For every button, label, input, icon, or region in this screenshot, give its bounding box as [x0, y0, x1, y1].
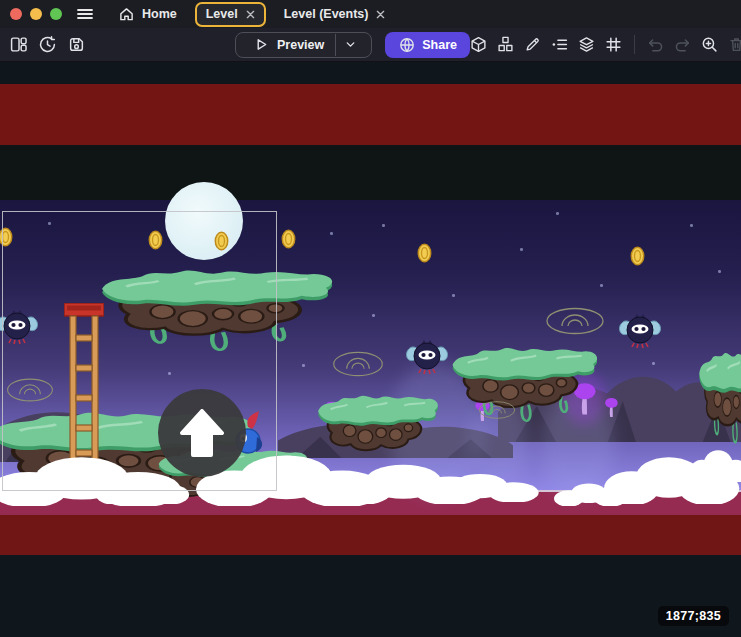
star: [372, 314, 375, 317]
tab-level[interactable]: Level: [195, 2, 266, 27]
traffic-light-maximize[interactable]: [50, 8, 62, 20]
panels-icon[interactable]: [10, 36, 27, 53]
eye-marker[interactable]: [545, 306, 605, 336]
star: [520, 248, 523, 251]
toolbar: Preview Share: [0, 28, 741, 62]
tab-level-label: Level: [206, 7, 238, 21]
divider: [634, 35, 635, 54]
undo-icon: [647, 36, 664, 53]
top-dark-band: [0, 145, 741, 200]
top-red-band: [0, 84, 741, 145]
save-icon[interactable]: [68, 36, 85, 53]
eye-marker[interactable]: [478, 400, 516, 420]
cloud[interactable]: [690, 448, 741, 482]
close-tab-icon[interactable]: [376, 10, 385, 19]
object-groups-icon[interactable]: [497, 36, 514, 53]
preview-label: Preview: [277, 38, 324, 52]
history-icon[interactable]: [39, 36, 56, 53]
title-bar: Home Level Level (Events): [0, 0, 741, 28]
globe-icon: [398, 36, 415, 53]
preview-button[interactable]: Preview: [235, 32, 372, 58]
home-icon: [119, 7, 134, 22]
tab-home[interactable]: Home: [106, 0, 190, 28]
star: [330, 232, 333, 235]
star: [600, 284, 603, 287]
chevron-down-icon[interactable]: [336, 38, 365, 51]
trash-icon: [728, 36, 741, 53]
main-menu-icon[interactable]: [76, 6, 94, 22]
tab-level-events[interactable]: Level (Events): [271, 0, 399, 28]
edit-pencil-icon[interactable]: [524, 36, 541, 53]
up-arrow-button[interactable]: [158, 389, 246, 477]
redo-icon: [674, 36, 691, 53]
traffic-lights: [10, 8, 62, 20]
eye-marker[interactable]: [332, 350, 384, 378]
instances-list-icon[interactable]: [551, 36, 568, 53]
grid-icon[interactable]: [605, 36, 622, 53]
star: [382, 224, 385, 227]
star: [452, 294, 455, 297]
floating-island[interactable]: [450, 344, 602, 432]
cloud[interactable]: [554, 482, 628, 506]
tab-home-label: Home: [142, 7, 177, 21]
zoom-in-icon[interactable]: [701, 36, 718, 53]
close-tab-icon[interactable]: [246, 10, 255, 19]
coin[interactable]: [417, 243, 432, 263]
scene-editor-canvas[interactable]: 1877;835: [0, 62, 741, 637]
share-label: Share: [422, 38, 457, 52]
floating-island[interactable]: [698, 348, 741, 456]
bat-enemy[interactable]: [404, 338, 450, 376]
floating-island[interactable]: [316, 392, 442, 452]
bat-enemy[interactable]: [617, 312, 663, 350]
star: [556, 212, 559, 215]
share-button[interactable]: Share: [385, 32, 470, 58]
coin[interactable]: [281, 229, 296, 249]
play-icon: [253, 36, 270, 53]
cloud[interactable]: [426, 472, 541, 502]
mushroom[interactable]: [604, 396, 618, 418]
ground-dark-red-band: [0, 515, 741, 555]
coin[interactable]: [630, 246, 645, 266]
layers-icon[interactable]: [578, 36, 595, 53]
star: [302, 364, 305, 367]
app-window: Home Level Level (Events): [0, 0, 741, 637]
objects-cube-icon[interactable]: [470, 36, 487, 53]
star: [718, 270, 721, 273]
star: [690, 224, 693, 227]
tab-level-events-label: Level (Events): [284, 7, 369, 21]
cursor-coordinates-badge: 1877;835: [658, 606, 729, 626]
traffic-light-close[interactable]: [10, 8, 22, 20]
traffic-light-minimize[interactable]: [30, 8, 42, 20]
